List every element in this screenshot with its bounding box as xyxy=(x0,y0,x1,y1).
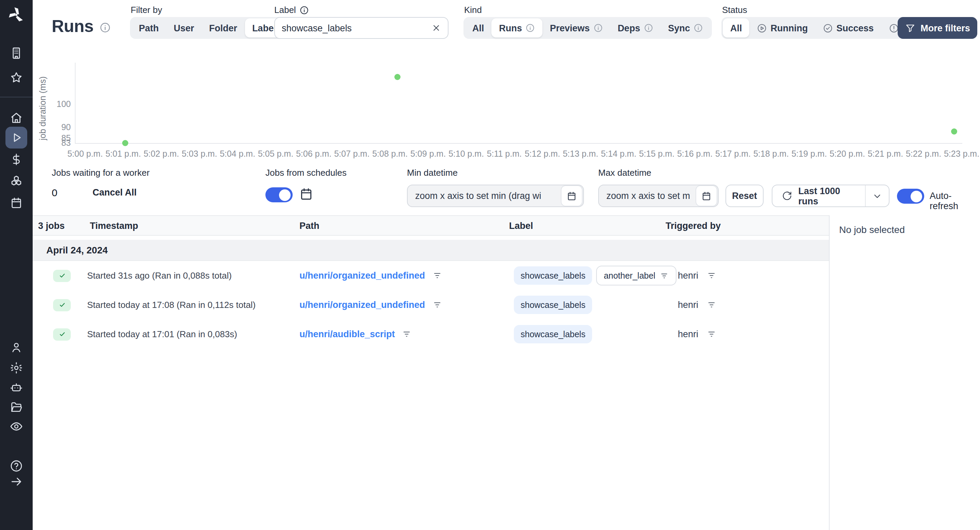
option-label: Deps xyxy=(617,23,640,33)
filter-bars-icon[interactable] xyxy=(706,270,717,281)
chart-data-point[interactable] xyxy=(395,74,401,80)
info-icon[interactable] xyxy=(525,23,535,33)
calendar-icon[interactable] xyxy=(561,185,582,206)
option-path[interactable]: Path xyxy=(131,18,166,37)
filter-by-segmented: PathUserFolderLabel xyxy=(130,17,285,39)
calendar-icon[interactable] xyxy=(299,187,314,202)
option-deps[interactable]: Deps xyxy=(610,18,660,37)
no-job-selected-text: No job selected xyxy=(839,224,905,235)
chart-data-point[interactable] xyxy=(951,128,957,134)
run-timestamp: Started today at 17:01 (Ran in 0,083s) xyxy=(87,319,237,349)
chart-x-tick: 5:20 p.m. xyxy=(830,149,865,159)
filter-bars-icon[interactable] xyxy=(706,300,717,310)
info-icon[interactable] xyxy=(100,21,111,33)
info-icon[interactable] xyxy=(643,23,653,33)
jobs-waiting-count: 0 xyxy=(52,187,57,198)
sidebar-item-calendar[interactable] xyxy=(5,192,27,214)
label-pill[interactable]: another_label xyxy=(596,266,676,286)
sidebar-item-boxes[interactable] xyxy=(5,170,27,192)
option-user[interactable]: User xyxy=(166,18,202,37)
runs-range-chevron-button[interactable] xyxy=(865,185,889,206)
sidebar-item-star[interactable] xyxy=(5,67,27,89)
success-status-badge xyxy=(53,328,71,340)
play-circle-icon xyxy=(757,23,767,33)
chart-y-axis-line xyxy=(75,63,76,143)
label-pill[interactable]: showcase_labels xyxy=(514,325,592,343)
runs-duration-chart[interactable]: job duration (ms) 1009085835:00 p.m.5:01… xyxy=(33,57,980,160)
filter-bars-icon[interactable] xyxy=(432,300,442,310)
option-runs[interactable]: Runs xyxy=(492,18,543,37)
sidebar-item-home[interactable] xyxy=(5,107,27,129)
schedules-toggle[interactable] xyxy=(266,187,293,202)
option-previews[interactable]: Previews xyxy=(542,18,610,37)
option-sync[interactable]: Sync xyxy=(660,18,711,37)
option-all[interactable]: All xyxy=(465,18,492,37)
sidebar-item-building[interactable] xyxy=(5,42,27,64)
option-folder[interactable]: Folder xyxy=(202,18,245,37)
calendar-icon[interactable] xyxy=(695,185,717,206)
clear-label-icon[interactable] xyxy=(431,23,441,33)
option-success[interactable]: Success xyxy=(815,18,881,37)
chart-x-tick: 5:09 p.m. xyxy=(410,149,446,159)
sidebar-item-dollar[interactable] xyxy=(5,148,27,170)
run-path-link[interactable]: u/henri/organized_undefined xyxy=(299,270,425,281)
option-all[interactable]: All xyxy=(723,18,749,37)
info-icon[interactable] xyxy=(593,23,603,33)
reset-button[interactable]: Reset xyxy=(725,185,764,207)
sidebar-item-arrow-right[interactable] xyxy=(5,471,27,493)
chart-x-tick: 5:10 p.m. xyxy=(449,149,484,159)
chart-x-tick: 5:05 p.m. xyxy=(258,149,293,159)
calendar-icon xyxy=(10,196,23,210)
option-label: All xyxy=(730,23,742,33)
max-datetime-input[interactable] xyxy=(599,191,695,201)
kind-label: Kind xyxy=(464,5,482,15)
runs-range-button[interactable]: Last 1000 runs xyxy=(772,185,865,206)
kind-segmented: AllRunsPreviewsDepsSync xyxy=(463,17,712,39)
more-filters-button[interactable]: More filters xyxy=(898,17,977,39)
table-row[interactable]: Started today at 17:08 (Ran in 0,112s to… xyxy=(33,290,829,319)
label-filter-input[interactable] xyxy=(275,23,431,33)
sidebar-item-play[interactable] xyxy=(5,127,27,148)
sidebar-item-eye[interactable] xyxy=(5,415,27,437)
chart-data-point[interactable] xyxy=(122,140,128,146)
building-icon xyxy=(10,46,23,60)
sidebar-item-settings[interactable] xyxy=(5,357,27,379)
min-datetime-input[interactable] xyxy=(408,191,561,201)
chevron-down-icon xyxy=(872,190,883,201)
option-label: Running xyxy=(771,23,808,33)
jobs-from-schedules-label: Jobs from schedules xyxy=(266,168,347,178)
app-window: Runs Filter by PathUserFolderLabel Label… xyxy=(0,0,980,530)
cancel-all-button[interactable]: Cancel All xyxy=(92,187,137,198)
filter-bars-icon[interactable] xyxy=(402,329,412,339)
auto-refresh-toggle[interactable] xyxy=(897,189,924,204)
option-label: All xyxy=(472,23,484,33)
label-pill[interactable]: showcase_labels xyxy=(514,296,592,314)
filter-bars-icon[interactable] xyxy=(706,329,717,339)
sidebar-item-user[interactable] xyxy=(5,337,27,358)
min-datetime-field xyxy=(407,185,584,207)
filter-bars-icon[interactable] xyxy=(659,271,669,280)
eye-icon xyxy=(10,420,23,433)
column-header-timestamp: Timestamp xyxy=(90,216,138,235)
run-path-link[interactable]: u/henri/organized_undefined xyxy=(299,300,425,310)
label-filter-label: Label xyxy=(274,5,309,15)
label-pill[interactable]: showcase_labels xyxy=(514,267,592,285)
info-icon[interactable] xyxy=(694,23,703,33)
chart-x-tick: 5:11 p.m. xyxy=(487,149,522,159)
sidebar-item-folder-open[interactable] xyxy=(5,396,27,418)
chart-x-tick: 5:03 p.m. xyxy=(182,149,217,159)
chart-x-tick: 5:12 p.m. xyxy=(525,149,560,159)
table-row[interactable]: Started today at 17:01 (Ran in 0,083s)u/… xyxy=(33,319,829,349)
run-path-link[interactable]: u/henri/audible_script xyxy=(299,329,395,339)
table-row[interactable]: Started 31s ago (Ran in 0,088s total)u/h… xyxy=(33,261,829,290)
sidebar-item-bot[interactable] xyxy=(5,377,27,399)
chart-x-tick: 5:23 p.m. xyxy=(944,149,979,159)
label-pill-text: showcase_labels xyxy=(520,300,585,310)
info-icon[interactable] xyxy=(299,5,309,14)
option-label: Sync xyxy=(668,23,690,33)
chart-x-tick: 5:07 p.m. xyxy=(334,149,369,159)
windmill-logo[interactable] xyxy=(7,5,26,24)
refresh-icon xyxy=(782,191,792,201)
option-running[interactable]: Running xyxy=(749,18,815,37)
filter-bars-icon[interactable] xyxy=(432,270,442,281)
